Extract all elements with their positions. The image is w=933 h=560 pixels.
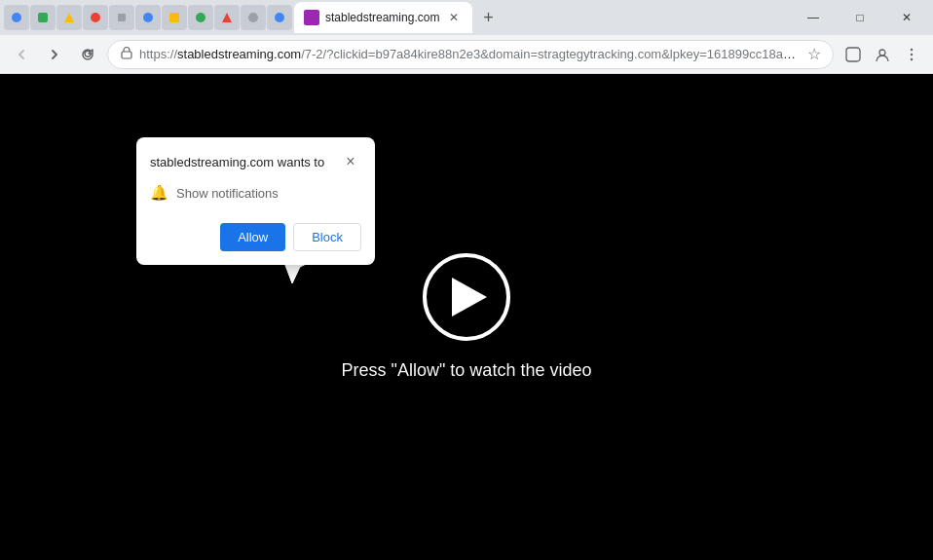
url-path: /7-2/?clickid=b97a84kire88n2e3&domain=st… xyxy=(301,47,802,61)
svg-point-9 xyxy=(248,13,258,22)
new-tab-button[interactable]: + xyxy=(474,4,502,31)
close-button[interactable]: ✕ xyxy=(884,0,929,35)
svg-point-13 xyxy=(879,50,885,56)
notification-popup: stabledstreaming.com wants to × 🔔 Show n… xyxy=(136,137,375,265)
tab-favicon-5[interactable] xyxy=(109,5,134,30)
address-bar: https://stabledstreaming.com/7-2/?clicki… xyxy=(0,35,933,74)
url-domain: stabledstreaming.com xyxy=(177,47,301,61)
svg-point-7 xyxy=(196,13,205,22)
svg-point-3 xyxy=(91,13,100,22)
popup-header: stabledstreaming.com wants to × xyxy=(136,137,375,180)
bookmark-star-icon[interactable]: ☆ xyxy=(807,45,821,63)
lock-icon xyxy=(120,46,133,62)
url-text: https://stabledstreaming.com/7-2/?clicki… xyxy=(139,47,802,61)
tab-bar-left: stabledstreaming.com ✕ + xyxy=(4,2,781,33)
tab-favicon-1[interactable] xyxy=(4,5,29,30)
active-tab-title: stabledstreaming.com xyxy=(325,11,439,24)
url-prefix: https:// xyxy=(139,47,177,61)
play-button[interactable] xyxy=(423,253,510,341)
forward-button[interactable] xyxy=(41,41,68,68)
tab-favicon-3[interactable] xyxy=(56,5,82,30)
active-tab-favicon xyxy=(304,10,319,25)
refresh-button[interactable] xyxy=(74,41,101,68)
allow-button[interactable]: Allow xyxy=(220,223,285,251)
svg-rect-4 xyxy=(118,14,126,21)
svg-rect-1 xyxy=(38,13,48,22)
notification-text: Show notifications xyxy=(176,186,279,201)
svg-marker-8 xyxy=(222,13,232,22)
play-triangle-icon xyxy=(452,278,487,317)
svg-rect-11 xyxy=(122,52,131,58)
tab-favicon-9[interactable] xyxy=(214,5,240,30)
svg-point-5 xyxy=(143,13,153,22)
active-tab-close[interactable]: ✕ xyxy=(445,9,463,26)
svg-point-16 xyxy=(911,57,913,59)
profile-icon[interactable] xyxy=(869,41,896,68)
tab-favicon-11[interactable] xyxy=(267,5,292,30)
svg-point-15 xyxy=(911,53,913,55)
tab-favicon-2[interactable] xyxy=(30,5,56,30)
popup-notification-row: 🔔 Show notifications xyxy=(136,180,375,215)
window-controls: — □ ✕ xyxy=(791,0,929,35)
block-button[interactable]: Block xyxy=(293,223,361,251)
menu-icon[interactable] xyxy=(898,41,925,68)
tab-favicon-7[interactable] xyxy=(162,5,187,30)
tab-favicon-items xyxy=(4,5,292,30)
popup-close-button[interactable]: × xyxy=(340,151,361,172)
downloads-icon[interactable] xyxy=(840,41,867,68)
svg-rect-12 xyxy=(846,48,860,61)
svg-marker-2 xyxy=(64,13,74,22)
popup-title: stabledstreaming.com wants to xyxy=(150,155,324,169)
bell-icon: 🔔 xyxy=(150,184,168,202)
popup-buttons: Allow Block xyxy=(136,215,375,265)
video-prompt-text: Press "Allow" to watch the video xyxy=(342,360,592,381)
tab-favicon-6[interactable] xyxy=(135,5,161,30)
tab-favicon-8[interactable] xyxy=(188,5,213,30)
back-button[interactable] xyxy=(8,41,35,68)
url-bar[interactable]: https://stabledstreaming.com/7-2/?clicki… xyxy=(107,40,834,69)
svg-point-14 xyxy=(911,48,913,50)
tab-favicon-10[interactable] xyxy=(241,5,266,30)
svg-point-10 xyxy=(275,13,284,22)
svg-point-0 xyxy=(12,13,21,22)
maximize-button[interactable]: □ xyxy=(838,0,882,35)
minimize-button[interactable]: — xyxy=(791,0,836,35)
tab-favicon-4[interactable] xyxy=(83,5,108,30)
svg-rect-6 xyxy=(169,13,179,22)
browser-content: Press "Allow" to watch the video stabled… xyxy=(0,74,933,560)
tab-bar: stabledstreaming.com ✕ + — □ ✕ xyxy=(0,0,933,35)
active-tab[interactable]: stabledstreaming.com ✕ xyxy=(294,2,472,33)
toolbar-icons xyxy=(840,41,925,68)
